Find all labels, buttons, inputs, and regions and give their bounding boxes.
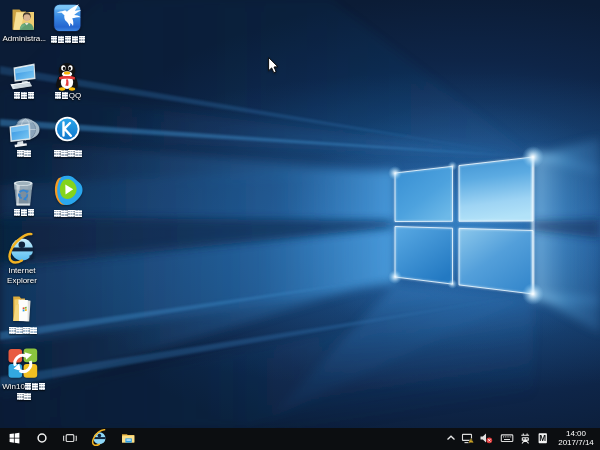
svg-text:M: M [539, 434, 546, 443]
